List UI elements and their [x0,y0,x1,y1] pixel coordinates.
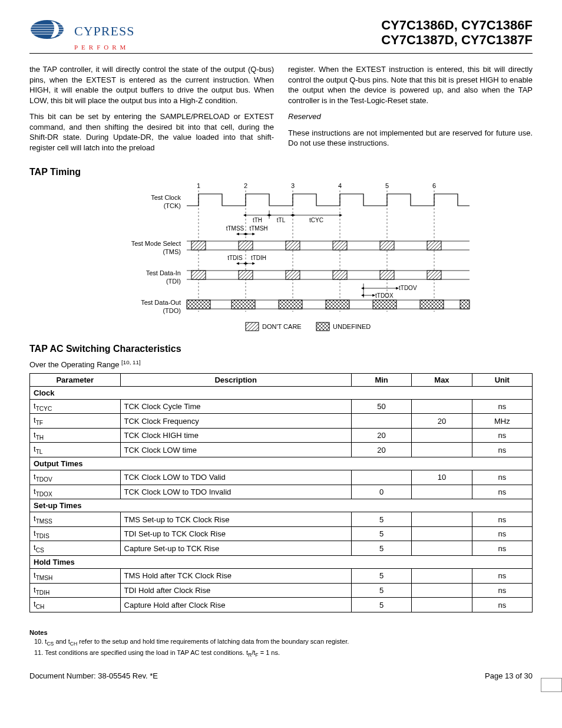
svg-text:3: 3 [291,182,295,189]
svg-text:DON'T CARE: DON'T CARE [262,323,302,330]
table-row: tTFTCK Clock Frequency20MHz [30,414,533,429]
page-number: Page 13 of 30 [485,671,533,680]
intro-left-p1: the TAP controller, it will directly con… [29,64,274,106]
svg-rect-39 [286,241,300,250]
svg-rect-52 [333,271,347,279]
table-row: tTMSHTMS Hold after TCK Clock Rise5ns [30,569,533,584]
table-row: tCSCapture Set-up to TCK Rise5ns [30,541,533,556]
svg-text:tTDIS: tTDIS [227,255,243,261]
svg-text:tTDIH: tTDIH [251,255,266,261]
cypress-logo-icon [29,18,71,45]
page-footer: Document Number: 38-05545 Rev. *E Page 1… [29,671,533,680]
table-section-row: Set-up Times [30,499,533,512]
svg-text:tCYC: tCYC [309,217,323,223]
table-row: tTHTCK Clock HIGH time20ns [30,428,533,443]
svg-rect-51 [286,271,300,279]
table-section-row: Hold Times [30,556,533,569]
table-section-row: Output Times [30,457,533,470]
th-min: Min [351,373,411,386]
svg-text:(TDO): (TDO) [163,307,181,314]
svg-text:tTL: tTL [277,217,286,223]
range-refs: [10, 11] [121,359,141,365]
page-header: CYPRESS PERFORM CY7C1386D, CY7C1386F CY7… [29,18,533,54]
svg-text:tTH: tTH [253,217,262,223]
table-row: tTDISTDI Set-up to TCK Clock Rise5ns [30,526,533,541]
range-text: Over the Operating Range [29,361,121,370]
part-numbers: CY7C1386D, CY7C1386F CY7C1387D, CY7C1387… [381,18,533,48]
notes-block: Notes 10. tCS and tCH refer to the setup… [29,629,533,659]
svg-rect-75 [316,322,329,331]
svg-rect-54 [427,271,441,279]
svg-rect-42 [427,241,441,250]
brand-logo-block: CYPRESS PERFORM [29,18,134,51]
svg-rect-53 [380,271,394,279]
svg-rect-67 [460,300,470,309]
intro-left-p2: This bit can be set by entering the SAMP… [29,111,274,153]
svg-rect-41 [380,241,394,250]
svg-text:(TMS): (TMS) [163,248,181,255]
svg-text:UNDEFINED: UNDEFINED [333,323,371,330]
note-11: 11. Test conditions are specified using … [34,648,533,658]
th-param: Parameter [30,373,121,386]
th-max: Max [412,373,472,386]
svg-text:(TDI): (TDI) [166,278,181,285]
table-row: tTCYCTCK Clock Cycle Time50ns [30,399,533,414]
operating-range-note: Over the Operating Range [10, 11] [29,359,533,369]
svg-rect-63 [279,300,302,309]
table-row: tTDOVTCK Clock LOW to TDO Valid10ns [30,470,533,485]
svg-text:6: 6 [432,182,436,189]
svg-rect-50 [239,271,253,279]
notes-heading: Notes [29,629,533,636]
note-10: 10. tCS and tCH refer to the setup and h… [34,637,533,647]
svg-rect-40 [333,241,347,250]
tap-ac-table: Parameter Description Min Max Unit Clock… [29,373,533,612]
brand-tagline: PERFORM [74,44,129,51]
table-row: tTDIHTDI Hold after Clock Rise5ns [30,583,533,598]
svg-text:Test Clock: Test Clock [151,194,181,201]
table-section-row: Clock [30,386,533,399]
svg-rect-64 [326,300,349,309]
intro-col-left: the TAP controller, it will directly con… [29,64,274,159]
svg-text:tTDOV: tTDOV [399,285,417,291]
table-row: tCHCapture Hold after Clock Rise5ns [30,598,533,612]
svg-rect-65 [373,300,396,309]
svg-rect-49 [191,271,206,279]
tap-ac-heading: TAP AC Switching Characteristics [29,344,533,354]
svg-rect-61 [187,300,210,309]
part-line-2: CY7C1387D, CY7C1387F [381,32,533,47]
brand-name: CYPRESS [74,24,134,39]
svg-rect-38 [239,241,253,250]
svg-text:tTDOX: tTDOX [375,292,394,299]
svg-rect-73 [246,322,259,331]
intro-col-right: register. When the EXTEST instruction is… [288,64,533,159]
reserved-heading: Reserved [288,111,533,122]
svg-text:2: 2 [244,182,247,189]
table-row: tTMSSTMS Set-up to TCK Clock Rise5ns [30,512,533,527]
corner-box [541,678,562,692]
table-row: tTDOXTCK Clock LOW to TDO Invalid0ns [30,485,533,499]
part-line-1: CY7C1386D, CY7C1386F [381,18,533,32]
svg-rect-62 [232,300,255,309]
doc-number: Document Number: 38-05545 Rev. *E [29,671,158,680]
svg-rect-66 [420,300,444,309]
svg-text:1: 1 [197,182,200,189]
svg-text:tTMSH: tTMSH [249,225,267,232]
svg-text:Test Mode Select: Test Mode Select [131,240,181,247]
svg-rect-37 [191,241,206,250]
svg-text:(TCK): (TCK) [164,202,181,209]
intro-right-p2: These instructions are not implemented b… [288,128,533,149]
th-desc: Description [120,373,351,386]
svg-text:Test Data-In: Test Data-In [146,269,181,276]
th-unit: Unit [472,373,532,386]
intro-columns: the TAP controller, it will directly con… [29,64,533,159]
svg-text:Test Data-Out: Test Data-Out [141,299,181,306]
svg-text:4: 4 [338,182,342,189]
svg-text:5: 5 [385,182,389,189]
tap-timing-heading: TAP Timing [29,167,533,177]
table-row: tTLTCK Clock LOW time20ns [30,443,533,457]
intro-right-p1: register. When the EXTEST instruction is… [288,64,533,106]
tap-timing-diagram: 123 456 Test Clock(TCK) Test Mode Select… [81,182,481,335]
svg-text:tTMSS: tTMSS [226,225,244,232]
